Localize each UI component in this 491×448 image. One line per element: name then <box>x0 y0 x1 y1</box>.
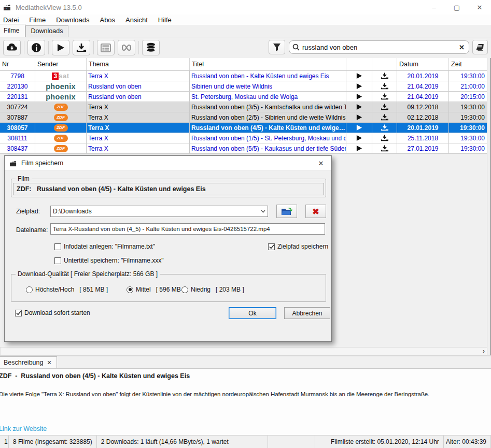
menu-downloads[interactable]: Downloads <box>51 16 94 24</box>
tab-downloads[interactable]: Downloads <box>25 25 69 37</box>
radio-mittel[interactable]: Mittel [ 596 MB ] <box>127 286 184 293</box>
col-header-nr[interactable]: Nr <box>0 58 35 70</box>
row-play-button[interactable] <box>346 112 372 122</box>
horizontal-scrollbar[interactable]: › <box>0 347 487 355</box>
row-download-button[interactable] <box>372 133 397 143</box>
website-link[interactable]: Link zur Website <box>0 425 47 432</box>
chevron-down-icon <box>261 210 265 213</box>
search-input[interactable] <box>302 44 458 51</box>
delete-path-button[interactable]: ✖ <box>305 205 326 218</box>
sofort-starten-checkbox[interactable]: Download sofort starten <box>15 309 90 316</box>
3sat-logo-sat: sat <box>59 72 69 80</box>
row-play-button[interactable] <box>346 133 372 143</box>
filter-button[interactable] <box>269 40 285 54</box>
film-datum: 20.01.2019 <box>397 71 449 81</box>
table-row[interactable]: 220131 phoenix Russland von oben St. Pet… <box>0 92 487 102</box>
play-film-button[interactable] <box>52 40 69 55</box>
vertical-scrollbar[interactable] <box>487 58 490 355</box>
repeat-button[interactable] <box>118 40 135 55</box>
film-zeit: 19:30:00 <box>449 123 487 133</box>
zdf-logo-text: ZDF <box>54 135 68 142</box>
row-play-button[interactable] <box>346 123 372 133</box>
col-header-titel[interactable]: Titel <box>190 58 346 70</box>
tab-beschreibung[interactable]: Beschreibung ✕ <box>0 356 57 368</box>
row-download-button[interactable] <box>372 81 397 91</box>
table-row-selected[interactable]: 308057 ZDF Terra X Russland von oben (4/… <box>0 123 487 133</box>
combo-dropdown-button[interactable] <box>259 207 267 216</box>
filter-panel-button[interactable] <box>97 40 115 55</box>
table-row[interactable]: 220130 phoenix Russland von oben Sibirie… <box>0 81 487 92</box>
radio-niedrig[interactable]: Niedrig [ 203 MB ] <box>181 286 244 293</box>
tab-filme[interactable]: Filme <box>0 24 25 37</box>
radio-hoch-label: Höchste/Hoch [ 851 MB ] <box>35 286 108 293</box>
film-nr: 308437 <box>0 143 35 153</box>
menu-datei[interactable]: Datei <box>0 16 24 24</box>
record-film-button[interactable] <box>73 40 90 55</box>
row-play-button[interactable] <box>346 143 372 153</box>
ok-button[interactable]: Ok <box>229 307 276 319</box>
blacklist-button[interactable] <box>472 40 488 54</box>
row-play-button[interactable] <box>346 81 372 91</box>
row-download-button[interactable] <box>372 143 397 153</box>
checkbox-checked <box>268 243 275 250</box>
checkbox-unchecked <box>54 243 61 250</box>
clear-search-icon[interactable]: ✕ <box>458 44 466 51</box>
table-row[interactable]: 7798 3sat Terra X Russland von oben - Ka… <box>0 71 487 81</box>
table-row[interactable]: 307887 ZDF Terra X Russland von oben (2/… <box>0 112 487 123</box>
row-download-button[interactable] <box>372 92 397 102</box>
table-row[interactable]: 308111 ZDF Terra X Russland von oben (1/… <box>0 133 487 143</box>
dateiname-field[interactable]: Terra X-Russland von oben (4_5) - Kalte … <box>50 223 325 235</box>
dialog-close-button[interactable]: ✕ <box>311 156 331 171</box>
status-film-count: 8 Filme (Insgesamt: 323885) <box>9 436 97 448</box>
film-zeit: 19:30:00 <box>449 112 487 122</box>
table-row[interactable]: 308437 ZDF Terra X Russland von oben (5/… <box>0 143 487 154</box>
choose-folder-button[interactable] <box>276 205 297 218</box>
sender-logo-zdf: ZDF <box>35 133 87 143</box>
col-header-datum[interactable]: Datum <box>397 58 449 70</box>
col-header-thema[interactable]: Thema <box>87 58 190 70</box>
film-zeit: 19:30:00 <box>449 133 487 143</box>
red-x-icon: ✖ <box>312 207 319 216</box>
film-datum: 20.01.2019 <box>397 123 449 133</box>
download-icon <box>381 114 388 121</box>
row-download-button[interactable] <box>372 102 397 112</box>
infodatei-checkbox[interactable]: Infodatei anlegen: "Filmname.txt" <box>54 243 155 250</box>
film-thema: Terra X <box>87 102 190 112</box>
app-window: MediathekView 13.5.0 – ▢ ✕ Datei Filme D… <box>0 0 491 448</box>
zielpfad-combobox[interactable]: D:\Downloads <box>50 206 268 217</box>
row-download-button[interactable] <box>372 123 397 133</box>
row-download-button[interactable] <box>372 71 397 81</box>
search-icon <box>292 44 300 51</box>
table-row[interactable]: 307724 ZDF Terra X Russland von oben (3/… <box>0 102 487 112</box>
row-play-button[interactable] <box>346 71 372 81</box>
col-header-play[interactable] <box>346 58 372 70</box>
col-header-zeit[interactable]: Zeit <box>449 58 487 70</box>
row-download-button[interactable] <box>372 112 397 122</box>
col-header-download[interactable] <box>372 58 397 70</box>
film-info-button[interactable] <box>27 40 45 55</box>
menu-ansicht[interactable]: Ansicht <box>120 16 153 24</box>
menu-filme[interactable]: Filme <box>24 16 51 24</box>
3sat-logo-3: 3 <box>52 73 59 80</box>
media-db-button[interactable] <box>142 40 160 55</box>
minimize-button[interactable]: – <box>423 0 445 15</box>
load-filmlist-button[interactable] <box>3 40 21 55</box>
close-button[interactable]: ✕ <box>468 0 491 15</box>
untertitel-label: Untertitel speichern: "Filmname.xxx" <box>64 257 164 264</box>
zdf-logo-text: ZDF <box>54 104 68 111</box>
menu-abos[interactable]: Abos <box>94 16 120 24</box>
abbrechen-button[interactable]: Abbrechen <box>284 307 330 319</box>
menu-hilfe[interactable]: Hilfe <box>153 16 177 24</box>
play-icon <box>356 145 362 152</box>
search-box[interactable]: ✕ <box>289 40 469 54</box>
radio-hoch[interactable]: Höchste/Hoch [ 851 MB ] <box>26 286 108 293</box>
row-play-button[interactable] <box>346 102 372 112</box>
col-header-sender[interactable]: Sender <box>35 58 87 70</box>
row-play-button[interactable] <box>346 92 372 102</box>
zielpfad-speichern-checkbox[interactable]: Zielpfad speichern <box>268 243 328 250</box>
scroll-right-arrow-icon[interactable]: › <box>483 348 487 355</box>
maximize-button[interactable]: ▢ <box>445 0 468 15</box>
untertitel-checkbox[interactable]: Untertitel speichern: "Filmname.xxx" <box>54 257 164 264</box>
film-group-label: Film <box>16 175 32 182</box>
tab-close-icon[interactable]: ✕ <box>47 359 51 366</box>
